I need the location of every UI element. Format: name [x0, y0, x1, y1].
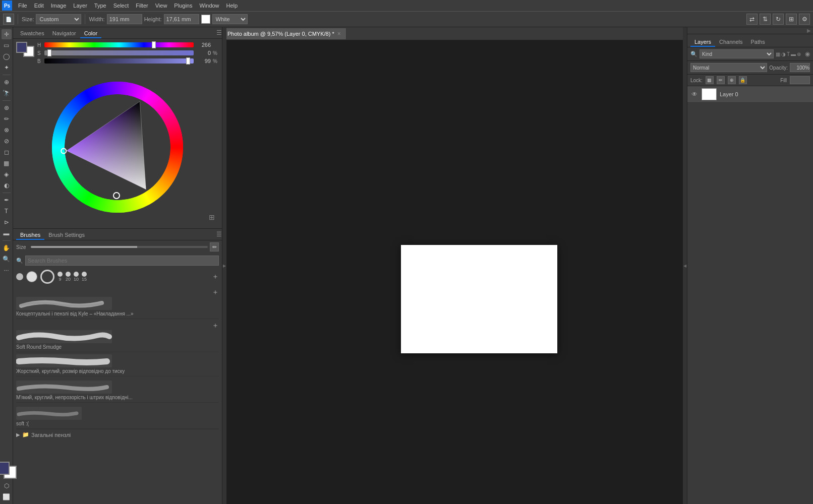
hand-tool[interactable]: ✋: [2, 243, 12, 253]
collapse-right-icon[interactable]: ▶: [807, 28, 811, 33]
path-select-tool[interactable]: ⊳: [2, 217, 12, 227]
menu-file[interactable]: File: [15, 2, 30, 10]
height-input[interactable]: [164, 14, 199, 24]
brush-preset-7[interactable]: 15: [82, 272, 87, 282]
layer-visibility-icon[interactable]: 👁: [690, 90, 699, 98]
tab-navigator[interactable]: Navigator: [48, 29, 80, 38]
left-panel-collapse[interactable]: ▶: [222, 27, 226, 504]
pen-tool[interactable]: ✒: [2, 195, 12, 205]
brush-size-edit-button[interactable]: ✏: [210, 242, 219, 251]
clone-tool[interactable]: ⊗: [2, 125, 12, 135]
crop-tool[interactable]: ⊕: [2, 77, 12, 87]
history-tool[interactable]: ⊘: [2, 136, 12, 146]
heal-tool[interactable]: ⊛: [2, 103, 12, 113]
menu-window[interactable]: Window: [196, 2, 222, 10]
brush-tool[interactable]: ✏: [2, 114, 12, 124]
layer-filter-pixel[interactable]: ▦: [776, 51, 780, 57]
eraser-tool[interactable]: ◻: [2, 147, 12, 157]
brush-folder-group[interactable]: ▶ 📁 Загальні пензлі: [16, 429, 219, 440]
brush-item-hard-round[interactable]: Жорсткий, круглий, розмір відповідно до …: [16, 352, 219, 376]
color-wheel-area[interactable]: ⊞: [16, 69, 219, 225]
menu-type[interactable]: Type: [91, 2, 109, 10]
align-button[interactable]: ⊞: [786, 14, 797, 25]
menu-help[interactable]: Help: [223, 2, 241, 10]
brush-preset-4[interactable]: 9: [57, 272, 63, 282]
lock-artboard-icon[interactable]: ⊕: [728, 76, 736, 84]
right-panel-collapse[interactable]: ◀: [683, 27, 687, 504]
type-tool[interactable]: T: [2, 206, 12, 216]
layer-item-0[interactable]: 👁 Layer 0: [687, 86, 813, 103]
foreground-color[interactable]: [0, 462, 10, 475]
lock-position-icon[interactable]: ✏: [717, 76, 725, 84]
zoom-tool[interactable]: 🔍: [2, 254, 12, 264]
brush-item-soft-simple[interactable]: soft :(: [16, 403, 219, 429]
brush-add-button[interactable]: ＋: [212, 272, 219, 281]
new-doc-button[interactable]: 📄: [3, 14, 14, 25]
eyedropper-tool[interactable]: 🔭: [2, 88, 12, 98]
expand-color-wheel-button[interactable]: ⊞: [209, 213, 215, 221]
lasso-tool[interactable]: ◯: [2, 51, 12, 61]
canvas-tab-photo-album[interactable]: Photo album @ 9,57% (Layer 0, CMYK/8) * …: [222, 28, 346, 39]
brush-item-kyle[interactable]: ＋ Концептуальні і пензлі від Kyle – «Нак…: [16, 286, 219, 319]
brush-size-slider[interactable]: [31, 246, 208, 248]
shape-tool[interactable]: ▬: [2, 228, 12, 238]
bri-slider[interactable]: [44, 58, 194, 64]
dodge-tool[interactable]: ◐: [2, 180, 12, 191]
layer-filter-smart[interactable]: ⊛: [797, 51, 801, 57]
layer-filter-shape[interactable]: ▬: [791, 51, 796, 57]
menu-image[interactable]: Image: [48, 2, 70, 10]
sat-slider[interactable]: [44, 50, 194, 55]
fg-bg-color-selector[interactable]: [0, 462, 17, 479]
menu-edit[interactable]: Edit: [31, 2, 47, 10]
select-rect-tool[interactable]: ▭: [2, 40, 12, 50]
opacity-input[interactable]: [790, 63, 810, 72]
lock-pixel-icon[interactable]: ▦: [706, 76, 714, 84]
lock-all-icon[interactable]: 🔒: [739, 76, 747, 84]
layer-filter-toggle[interactable]: ◉: [805, 50, 810, 57]
color-panel-options[interactable]: ☰: [216, 29, 222, 36]
color-swatch[interactable]: [201, 15, 210, 24]
quick-mask-button[interactable]: ⬡: [2, 481, 12, 491]
brush-search-input[interactable]: [25, 256, 219, 266]
tab-channels[interactable]: Channels: [715, 38, 746, 47]
canvas-tab-close[interactable]: ×: [337, 30, 341, 37]
brush-preset-5[interactable]: 20: [66, 272, 71, 282]
color-mode-select[interactable]: White: [212, 14, 248, 24]
settings-button[interactable]: ⚙: [799, 14, 810, 25]
layer-filter-type[interactable]: T: [787, 51, 790, 57]
brush-item-soft-round-smudge[interactable]: ＋ Soft Round Smudge: [16, 319, 219, 352]
tab-brush-settings[interactable]: Brush Settings: [44, 231, 89, 240]
brush-item-add-1[interactable]: ＋: [212, 288, 219, 297]
tab-swatches[interactable]: Swatches: [16, 29, 48, 38]
gradient-tool[interactable]: ▦: [2, 158, 12, 168]
brush-list[interactable]: ＋ Концептуальні і пензлі від Kyle – «Нак…: [13, 286, 222, 504]
brush-preset-1[interactable]: [16, 273, 23, 280]
color-wheel-canvas[interactable]: [44, 74, 191, 220]
brush-preset-2[interactable]: [26, 271, 37, 282]
layer-filter-adjust[interactable]: ◑: [781, 51, 786, 57]
blend-mode-select[interactable]: Normal: [690, 63, 767, 72]
menu-select[interactable]: Select: [110, 2, 132, 10]
tab-paths[interactable]: Paths: [747, 38, 769, 47]
tab-brushes[interactable]: Brushes: [16, 231, 44, 240]
rotate-button[interactable]: ↻: [773, 14, 784, 25]
move-tool[interactable]: ✛: [2, 29, 12, 39]
kind-select[interactable]: Kind: [700, 49, 774, 58]
magic-wand-tool[interactable]: ✦: [2, 62, 12, 73]
brush-item-add-2[interactable]: ＋: [212, 321, 219, 330]
more-tools[interactable]: ···: [2, 265, 12, 275]
brush-preset-6[interactable]: 10: [74, 272, 79, 282]
menu-filter[interactable]: Filter: [133, 2, 151, 10]
blur-tool[interactable]: ◈: [2, 169, 12, 179]
brush-preset-3[interactable]: [40, 270, 54, 284]
tab-layers[interactable]: Layers: [690, 38, 715, 47]
hue-slider[interactable]: [44, 42, 194, 47]
menu-layer[interactable]: Layer: [70, 2, 90, 10]
fg-color-swatch[interactable]: [16, 42, 27, 53]
canvas-viewport[interactable]: [226, 40, 687, 504]
width-input[interactable]: [107, 14, 142, 24]
size-select[interactable]: Custom: [36, 14, 81, 24]
menu-view[interactable]: View: [152, 2, 170, 10]
menu-plugins[interactable]: Plugins: [171, 2, 195, 10]
fill-input[interactable]: [790, 76, 810, 84]
